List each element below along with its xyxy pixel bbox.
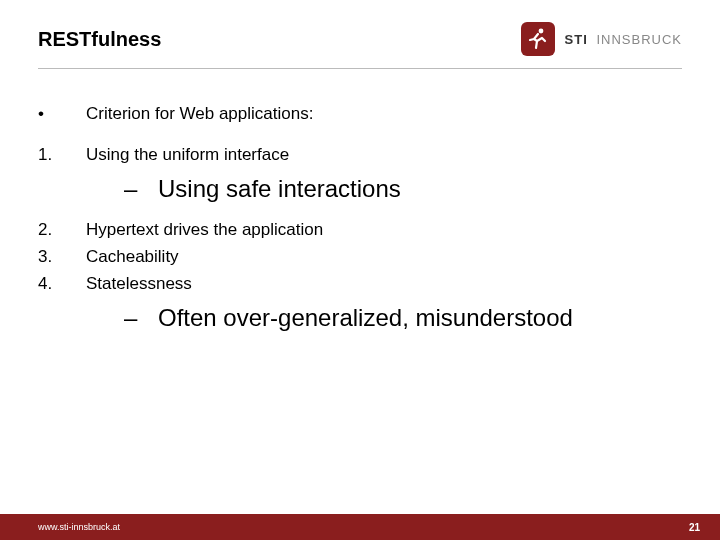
list-text: Using the uniform interface xyxy=(86,144,289,167)
list-text: Hypertext drives the application xyxy=(86,219,323,242)
brand-text-bold: STI xyxy=(565,32,588,47)
sub-bullet: – Often over-generalized, misunderstood xyxy=(124,302,682,334)
lead-bullet: • Criterion for Web applications: xyxy=(38,103,682,126)
sub-text: Using safe interactions xyxy=(158,173,401,205)
content: • Criterion for Web applications: 1. Usi… xyxy=(0,69,720,334)
svg-point-0 xyxy=(538,29,543,34)
brand-logo: STI INNSBRUCK xyxy=(521,22,682,56)
lead-text: Criterion for Web applications: xyxy=(86,103,313,126)
list-text: Cacheability xyxy=(86,246,179,269)
list-item: 3. Cacheability xyxy=(38,246,682,269)
slide: RESTfulness STI INNSBRUCK • Criterion fo… xyxy=(0,0,720,540)
brand-text: STI INNSBRUCK xyxy=(565,32,682,47)
runner-icon xyxy=(521,22,555,56)
list-item: 1. Using the uniform interface xyxy=(38,144,682,167)
bullet-marker: • xyxy=(38,103,86,126)
list-item: 4. Statelessness xyxy=(38,273,682,296)
dash-marker: – xyxy=(124,302,158,334)
number-marker: 1. xyxy=(38,144,86,167)
dash-marker: – xyxy=(124,173,158,205)
number-marker: 3. xyxy=(38,246,86,269)
page-number: 21 xyxy=(689,522,700,533)
footer-url: www.sti-innsbruck.at xyxy=(38,522,120,532)
sub-text: Often over-generalized, misunderstood xyxy=(158,302,573,334)
list-item: 2. Hypertext drives the application xyxy=(38,219,682,242)
sub-bullet: – Using safe interactions xyxy=(124,173,682,205)
header: RESTfulness STI INNSBRUCK xyxy=(0,0,720,64)
footer-bar: www.sti-innsbruck.at 21 xyxy=(0,514,720,540)
slide-title: RESTfulness xyxy=(38,28,161,51)
number-marker: 2. xyxy=(38,219,86,242)
list-text: Statelessness xyxy=(86,273,192,296)
number-marker: 4. xyxy=(38,273,86,296)
brand-text-light: INNSBRUCK xyxy=(596,32,682,47)
